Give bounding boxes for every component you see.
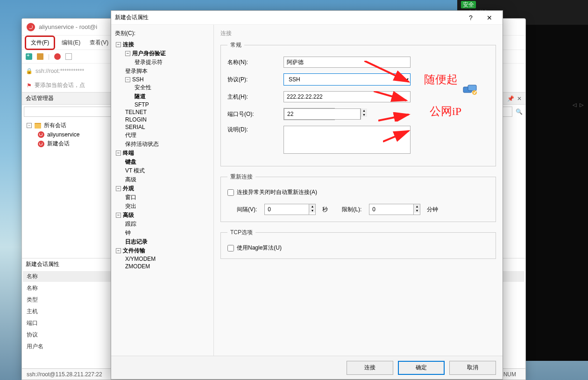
pin-icon[interactable]: 📌 — [507, 95, 514, 102]
label-port: 端口号(O): — [227, 110, 283, 118]
interval-input[interactable] — [265, 204, 309, 215]
cat-sftp[interactable]: SFTP — [115, 101, 210, 108]
cat-keepalive[interactable]: 保持活动状态 — [115, 140, 210, 149]
spin-down-icon[interactable]: ▼ — [309, 208, 315, 213]
spin-down-icon[interactable]: ▼ — [361, 113, 367, 117]
disconnect-icon[interactable] — [65, 53, 72, 60]
cat-ssh[interactable]: −SSH — [115, 76, 210, 83]
cat-logging[interactable]: 日志记录 — [115, 237, 210, 246]
reconnect-checkbox[interactable] — [227, 189, 234, 196]
cat-terminal[interactable]: −终端 — [115, 149, 210, 158]
session-manager-title: 会话管理器 — [26, 94, 54, 102]
menu-view[interactable]: 查看(V) — [85, 37, 113, 49]
cat-vt[interactable]: VT 模式 — [115, 166, 210, 175]
label-description: 说明(D): — [227, 126, 283, 134]
spin-up-icon[interactable]: ▲ — [309, 204, 315, 208]
cancel-button[interactable]: 取消 — [449, 361, 496, 375]
cat-security[interactable]: 安全性 — [115, 83, 210, 92]
cat-appearance[interactable]: −外观 — [115, 184, 210, 193]
dialog-form: 连接 常规 名称(N): 协议(P): SSH 主机(H): 端口号(O): — [214, 25, 503, 356]
spin-up-icon[interactable]: ▲ — [361, 108, 367, 113]
close-button[interactable]: ✕ — [480, 11, 499, 24]
cat-highlight[interactable]: 突出 — [115, 202, 210, 211]
unit-minutes: 分钟 — [427, 206, 438, 214]
cat-auth[interactable]: −用户身份验证 — [115, 49, 210, 58]
app-icon — [27, 23, 35, 31]
new-session-dialog: 新建会话属性 ? ✕ 类别(C): −连接 −用户身份验证 登录提示符 登录脚本… — [111, 10, 503, 380]
help-button[interactable]: ? — [461, 11, 480, 24]
label-host: 主机(H): — [227, 93, 283, 101]
collapse-icon[interactable]: − — [27, 123, 32, 128]
legend-reconnect: 重新连接 — [227, 173, 255, 181]
search-icon[interactable]: 🔍 — [516, 108, 523, 115]
dialog-titlebar: 新建会话属性 ? ✕ — [111, 11, 503, 25]
port-input[interactable] — [284, 108, 361, 120]
cat-telnet[interactable]: TELNET — [115, 108, 210, 116]
new-session-icon[interactable] — [26, 53, 32, 60]
cat-advanced[interactable]: 高级 — [115, 175, 210, 184]
category-tree: −连接 −用户身份验证 登录提示符 登录脚本 −SSH 安全性 隧道 SFTP … — [115, 40, 210, 270]
menu-edit[interactable]: 编辑(E) — [57, 37, 85, 49]
cat-login-prompt[interactable]: 登录提示符 — [115, 58, 210, 67]
ok-button[interactable]: 确定 — [398, 361, 445, 375]
limit-spinner[interactable]: ▲▼ — [369, 204, 420, 215]
open-icon[interactable] — [37, 53, 43, 60]
cat-zmodem[interactable]: ZMODEM — [115, 263, 210, 270]
section-connection: 连接 — [220, 29, 496, 37]
nagle-checkbox[interactable] — [227, 245, 234, 251]
reconnect-icon[interactable] — [54, 53, 61, 60]
port-spinner[interactable]: ▲▼ — [283, 108, 335, 120]
legend-tcp: TCP选项 — [227, 229, 255, 237]
tree-root-label: 所有会话 — [44, 122, 66, 129]
close-panel-icon[interactable]: ✕ — [517, 95, 522, 102]
cat-login-script[interactable]: 登录脚本 — [115, 67, 210, 76]
cat-window[interactable]: 窗口 — [115, 193, 210, 202]
svg-line-3 — [383, 131, 409, 142]
computers-icon — [462, 84, 478, 97]
svg-line-1 — [374, 91, 406, 100]
toolbar-separator: | — [48, 53, 50, 60]
unit-seconds: 秒 — [322, 206, 328, 214]
spin-down-icon[interactable]: ▼ — [414, 208, 420, 213]
category-label: 类别(C): — [115, 29, 210, 37]
label-interval: 间隔(V): — [237, 206, 257, 214]
group-tcp: TCP选项 使用Nagle算法(U) — [220, 229, 496, 259]
label-limit: 限制(L): — [342, 206, 361, 214]
legend-general: 常规 — [227, 41, 244, 49]
cat-connection[interactable]: −连接 — [115, 40, 210, 49]
folder-icon — [35, 123, 41, 129]
security-badge: 安全 — [461, 1, 476, 8]
session-icon — [38, 131, 44, 138]
svg-line-0 — [364, 61, 409, 82]
cat-proxy[interactable]: 代理 — [115, 131, 210, 140]
spin-up-icon[interactable]: ▲ — [414, 204, 420, 208]
connect-button[interactable]: 连接 — [347, 361, 393, 375]
cat-file-transfer[interactable]: −文件传输 — [115, 246, 210, 255]
arrow-annotation-icon — [374, 91, 411, 105]
cat-rlogin[interactable]: RLOGIN — [115, 116, 210, 123]
interval-spinner[interactable]: ▲▼ — [264, 204, 316, 215]
reconnect-label: 连接异常关闭时自动重新连接(A) — [237, 188, 317, 196]
limit-input[interactable] — [369, 204, 413, 215]
arrow-annotation-icon — [364, 61, 416, 89]
session-icon — [38, 141, 44, 147]
nav-arrows-icon[interactable]: ◁ ▷ — [573, 102, 584, 108]
tree-item-label: aliyunservice — [47, 131, 79, 138]
svg-point-6 — [472, 90, 477, 95]
svg-rect-5 — [468, 85, 476, 91]
cat-tunnel[interactable]: 隧道 — [115, 92, 210, 101]
dialog-footer: 连接 确定 取消 — [111, 356, 503, 379]
menu-file[interactable]: 文件(F) — [25, 36, 55, 50]
cat-bell[interactable]: 钟 — [115, 229, 210, 237]
annotation-name-note: 随便起 — [424, 72, 458, 87]
category-panel: 类别(C): −连接 −用户身份验证 登录提示符 登录脚本 −SSH 安全性 隧… — [111, 25, 214, 356]
arrow-annotation-icon — [378, 112, 411, 122]
svg-line-2 — [378, 115, 409, 121]
cat-advanced2[interactable]: −高级 — [115, 211, 210, 220]
cat-trace[interactable]: 跟踪 — [115, 220, 210, 229]
cat-serial[interactable]: SERIAL — [115, 123, 210, 131]
cat-xymodem[interactable]: X/YMODEM — [115, 255, 210, 263]
cat-keyboard[interactable]: 键盘 — [115, 158, 210, 166]
status-address: ssh://root@115.28.211.227:22 — [27, 371, 102, 378]
arrow-annotation-icon — [383, 129, 411, 143]
